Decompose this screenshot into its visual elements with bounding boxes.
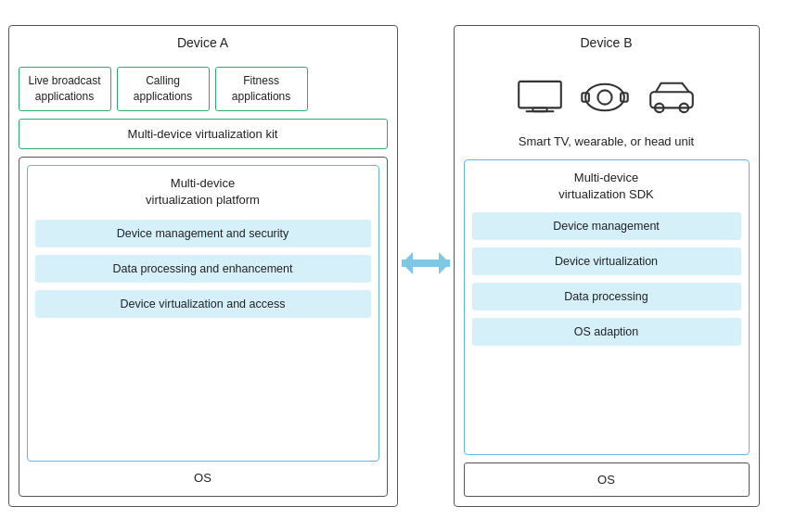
sdk-item-2: Device virtualization [472, 247, 741, 275]
platform-item-3: Device virtualization and access [35, 290, 371, 318]
sdk-item-4: OS adaption [472, 318, 741, 346]
svg-rect-3 [519, 82, 561, 108]
device-b-os: OS [470, 469, 743, 490]
device-b-box: Device B [454, 25, 760, 507]
camera-icon [580, 80, 630, 121]
platform-item-2: Data processing and enhancement [35, 255, 371, 283]
app-live-broadcast: Live broadcastapplications [19, 67, 111, 111]
device-icons-row [464, 67, 750, 127]
sdk-item-3: Data processing [472, 283, 741, 310]
svg-rect-10 [650, 92, 693, 108]
svg-point-6 [585, 84, 624, 111]
sdk-outer: Multi-devicevirtualization SDK Device ma… [464, 159, 750, 455]
device-b-os-box: OS [464, 462, 750, 497]
apps-row: Live broadcastapplications Callingapplic… [19, 67, 388, 111]
tv-icon [517, 80, 563, 121]
platform-outer: Multi-devicevirtualization platform Devi… [19, 157, 388, 497]
sdk-item-1: Device management [472, 212, 741, 240]
kit-box: Multi-device virtualization kit [19, 119, 388, 149]
device-b-subtitle: Smart TV, wearable, or head unit [464, 134, 750, 148]
device-a-box: Device A Live broadcastapplications Call… [8, 25, 398, 507]
sdk-title: Multi-devicevirtualization SDK [472, 170, 741, 203]
diagram: Device A Live broadcastapplications Call… [8, 11, 788, 521]
arrow-area [398, 248, 454, 284]
svg-point-7 [597, 90, 611, 104]
device-a-title: Device A [19, 35, 388, 50]
app-fitness: Fitnessapplications [215, 67, 308, 111]
car-icon [647, 80, 697, 121]
platform-item-1: Device management and security [35, 220, 371, 247]
app-calling: Callingapplications [117, 67, 210, 111]
platform-inner: Multi-devicevirtualization platform Devi… [27, 165, 379, 462]
device-b-title: Device B [464, 35, 750, 50]
double-arrow-icon [400, 248, 452, 284]
device-a-os: OS [27, 467, 379, 488]
platform-title: Multi-devicevirtualization platform [146, 175, 260, 209]
svg-marker-2 [439, 252, 450, 274]
